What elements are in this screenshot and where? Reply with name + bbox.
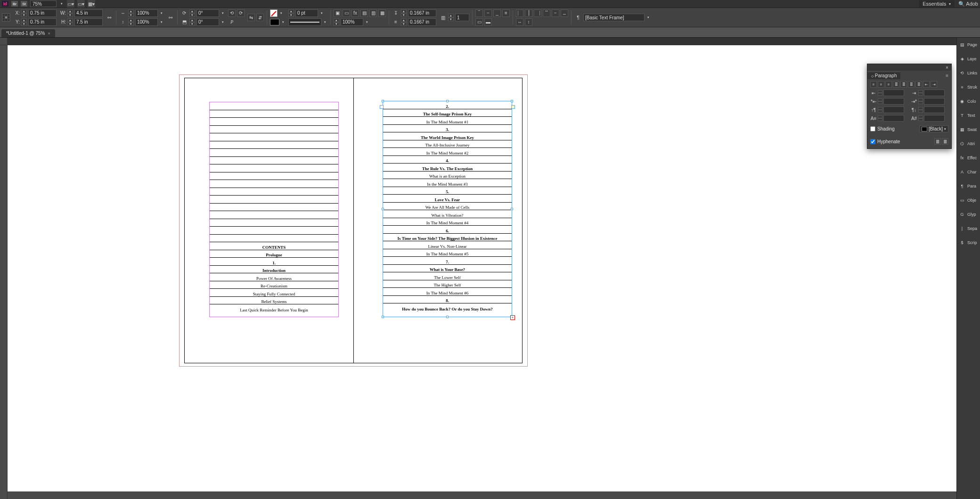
scale-y-input[interactable]: 100% (135, 18, 158, 26)
panel-shortcut-strok[interactable]: ≡Strok (957, 80, 980, 94)
wrap-bbox-icon[interactable]: ▥ (369, 9, 377, 17)
x-stepper[interactable]: ▴▾ (21, 9, 27, 17)
panel-close-icon[interactable]: × (945, 65, 949, 70)
document-tab[interactable]: *Untitled-1 @ 75%× (1, 29, 55, 37)
firstline-input[interactable] (883, 98, 904, 105)
scaley-stepper[interactable]: ▴▾ (128, 18, 134, 26)
space-before-input[interactable] (883, 106, 904, 113)
fill-swatch[interactable] (270, 9, 278, 17)
wrap-none-icon[interactable]: ▤ (360, 9, 368, 17)
p-icon[interactable]: P (228, 18, 236, 26)
ri-step[interactable] (918, 90, 923, 96)
stroke-dd2[interactable]: ▾ (319, 11, 324, 15)
align-left-icon[interactable]: ⎸ (516, 9, 523, 17)
handle-lc[interactable] (382, 208, 384, 210)
formula-icon[interactable]: fx (351, 9, 359, 17)
left-indent-input[interactable] (883, 90, 904, 96)
vertical-ruler[interactable] (0, 45, 8, 499)
stroke-wt-input[interactable]: 0 pt (295, 9, 318, 17)
panel-shortcut-swat[interactable]: ▦Swat (957, 123, 980, 137)
panel-shortcut-scrip[interactable]: $Scrip (957, 236, 980, 250)
arrange-docs-icon[interactable]: ▦▾ (88, 0, 95, 8)
handle-rc[interactable] (511, 208, 513, 210)
hyphenate-checkbox[interactable] (870, 139, 875, 144)
panel-shortcut-obje[interactable]: ▭Obje (957, 193, 980, 207)
scale-x-dd[interactable]: ▾ (159, 11, 164, 15)
distribute-v-icon[interactable]: ↕ (525, 18, 532, 26)
scrollbar-horizontal[interactable] (8, 491, 956, 499)
panel-shortcut-attri[interactable]: ⌬Attri (957, 137, 980, 151)
frame-fit-icon[interactable]: ▭ (343, 9, 350, 17)
y-input[interactable]: 0.75 in (28, 18, 57, 26)
style-dd[interactable]: ▾ (646, 16, 651, 19)
overset-icon[interactable]: + (510, 315, 515, 320)
rotate-stepper[interactable]: ▴▾ (189, 9, 195, 17)
gutter2-stepper[interactable]: ▴▾ (401, 18, 407, 26)
out-port-icon[interactable] (511, 105, 515, 109)
canvas[interactable]: CONTENTSPrologue1.IntroductionPower Of A… (8, 45, 956, 499)
h-stepper[interactable]: ▴▾ (67, 18, 73, 26)
stroke-style-select[interactable] (288, 18, 321, 26)
shear-dd[interactable]: ▾ (220, 20, 225, 24)
scale-y-dd[interactable]: ▾ (159, 20, 164, 24)
zoom-select[interactable]: 75% (30, 0, 57, 7)
columns-input[interactable]: 1 (455, 14, 469, 21)
align-left-icon[interactable]: ≡ (870, 81, 877, 88)
panel-shortcut-char[interactable]: AChar (957, 165, 980, 179)
left-text-frame[interactable]: CONTENTSPrologue1.IntroductionPower Of A… (209, 102, 339, 317)
panel-shortcut-sepa[interactable]: |Sepa (957, 221, 980, 236)
right-indent-input[interactable] (924, 90, 945, 96)
gutter1-input[interactable]: 0.1667 in (408, 9, 436, 17)
bridge-icon[interactable]: Br (11, 1, 18, 7)
ruler-origin[interactable] (0, 38, 8, 45)
align-hcenter-icon[interactable]: ⎮ (525, 9, 532, 17)
dcc-step[interactable] (918, 115, 923, 121)
flip-v-icon[interactable]: ⇵ (256, 14, 264, 21)
align-bottom-icon[interactable]: ⎽ (561, 9, 568, 17)
gutter1-stepper[interactable]: ▴▾ (401, 9, 407, 17)
rotate-dd[interactable]: ▾ (220, 11, 225, 15)
x-input[interactable]: 0.75 in (28, 9, 57, 17)
scalex-stepper[interactable]: ▴▾ (128, 9, 134, 17)
shading-swatch[interactable]: [Black]▾ (919, 125, 948, 132)
align-vcenter-icon[interactable]: − (552, 9, 559, 17)
stock-icon[interactable]: St (21, 1, 27, 7)
handle-tc[interactable] (446, 100, 449, 102)
shading-checkbox[interactable] (870, 126, 875, 131)
align-top-icon[interactable]: ⎺ (543, 9, 550, 17)
panel-shortcut-page[interactable]: ▤Page (957, 38, 980, 52)
in-port-icon[interactable] (380, 105, 384, 109)
dropcap-lines-input[interactable] (883, 115, 904, 122)
lli-step[interactable] (918, 98, 923, 104)
stroke-style-dd[interactable]: ▾ (323, 20, 327, 24)
baseline-icon2[interactable]: ▬ (484, 18, 492, 26)
view-options-icon[interactable]: ▭▾ (67, 0, 74, 8)
opacity-input[interactable]: 100% (341, 18, 363, 26)
handle-tl[interactable] (382, 100, 384, 102)
constrain-scale-icon[interactable]: ⚯ (167, 14, 174, 21)
right-text-frame[interactable]: + 2.The Self-Image Prison KeyIn The Mind… (383, 101, 512, 317)
sa-step[interactable] (918, 107, 923, 113)
rotate-input[interactable]: 0° (196, 9, 219, 17)
zoom-dropdown-icon[interactable]: ▾ (59, 2, 64, 6)
w-input[interactable]: 4.5 in (74, 9, 103, 17)
reference-point-proxy[interactable] (2, 13, 10, 22)
gutter2-input[interactable]: 0.1667 in (408, 18, 436, 26)
away-spine-icon[interactable]: ⇥ (931, 81, 937, 88)
valign-justify-icon[interactable]: ≡ (502, 9, 510, 17)
wrap-shape-icon[interactable]: ▦ (378, 9, 386, 17)
stroke-dd[interactable]: ▾ (281, 20, 286, 24)
valign-bottom-icon[interactable]: _ (493, 9, 501, 17)
baseline-grid-off-icon[interactable]: ≣ (934, 138, 941, 145)
constrain-wh-icon[interactable]: ⚯ (106, 14, 113, 21)
screen-mode-icon[interactable]: ▭▾ (77, 0, 85, 8)
cols-stepper[interactable]: ▴▾ (448, 14, 454, 21)
baseline-grid-on-icon[interactable]: ≣ (942, 138, 948, 145)
panel-shortcut-glyp[interactable]: GGlyp (957, 207, 980, 221)
lastline-input[interactable] (924, 98, 945, 105)
panel-menu-icon[interactable]: ≡ (943, 72, 951, 79)
panel-shortcut-para[interactable]: ¶Para (957, 179, 980, 193)
distribute-h-icon[interactable]: ↔ (516, 18, 523, 26)
shear-stepper[interactable]: ▴▾ (189, 18, 195, 26)
fill-dd[interactable]: ▾ (279, 11, 284, 15)
